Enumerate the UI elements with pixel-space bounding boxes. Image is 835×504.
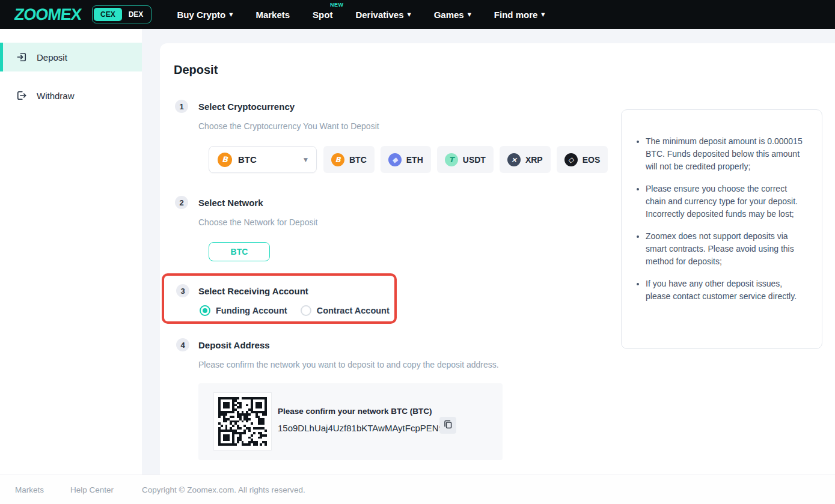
toggle-cex[interactable]: CEX (94, 8, 122, 21)
nav-derivatives[interactable]: Derivatives ▼ (355, 10, 411, 20)
step-1-description: Choose the Cryptocurrency You Want to De… (198, 121, 379, 131)
cex-dex-toggle[interactable]: CEX DEX (92, 5, 151, 23)
radio-checked-icon[interactable] (200, 305, 210, 316)
sidebar-item-label: Deposit (37, 52, 67, 62)
toggle-dex[interactable]: DEX (122, 8, 150, 21)
nav-find-more[interactable]: Find more ▼ (494, 10, 545, 20)
chevron-down-icon: ▼ (468, 11, 471, 17)
main-area: Deposit 1 Select Cryptocurrency Choose t… (142, 29, 835, 475)
sidebar: Deposit Withdraw (0, 29, 142, 475)
deposit-card: Deposit 1 Select Cryptocurrency Choose t… (160, 43, 835, 475)
nav-games[interactable]: Games ▼ (434, 10, 471, 20)
step-1-number: 1 (175, 100, 188, 113)
top-navigation-bar: ZOOMEX CEX DEX Buy Crypto ▼ Markets Spot… (0, 0, 835, 29)
sidebar-item-deposit[interactable]: Deposit (0, 43, 142, 71)
deposit-address-panel: Please confirm your network BTC (BTC) 15… (198, 383, 503, 460)
sidebar-item-withdraw[interactable]: Withdraw (0, 81, 142, 110)
nav-spot[interactable]: Spot NEW (313, 10, 332, 20)
notes-list: The minimum deposit amount is 0.000015 B… (646, 135, 806, 303)
step-4-number: 4 (176, 338, 189, 351)
chevron-down-icon: ▼ (541, 11, 545, 17)
network-option-btc[interactable]: BTC (209, 242, 270, 261)
footer-copyright: Copyright © Zoomex.com. All rights reser… (142, 485, 305, 494)
radio-unchecked-icon[interactable] (301, 305, 311, 316)
note-item: Zoomex does not support deposits via sma… (646, 230, 806, 268)
annotation-highlight-box (162, 273, 397, 324)
step-3-number: 3 (176, 284, 189, 297)
note-item: If you have any other deposit issues, pl… (646, 278, 806, 303)
currency-option-usdt[interactable]: T USDT (437, 146, 494, 173)
footer: Markets Help Center Copyright © Zoomex.c… (0, 475, 835, 504)
eos-coin-icon: ◇ (564, 153, 578, 166)
step-1-title: Select Cryptocurrency (198, 102, 295, 112)
usdt-coin-icon: T (445, 153, 458, 166)
chevron-down-icon: ▼ (304, 157, 308, 163)
copy-address-button[interactable] (439, 417, 456, 434)
deposit-address: 15o9DLhUaj4Uzf81bKTAwMAytFcpPEN9yS (278, 423, 454, 433)
chevron-down-icon: ▼ (407, 11, 411, 17)
currency-option-xrp[interactable]: × XRP (500, 146, 551, 173)
deposit-notes-panel: The minimum deposit amount is 0.000015 B… (621, 109, 822, 349)
chevron-down-icon: ▼ (229, 11, 233, 17)
new-badge: NEW (330, 2, 344, 8)
nav-markets[interactable]: Markets (255, 10, 290, 20)
footer-link-help-center[interactable]: Help Center (70, 485, 114, 494)
currency-option-eth[interactable]: ◆ ETH (381, 146, 431, 173)
main-nav: Buy Crypto ▼ Markets Spot NEW Derivative… (177, 10, 545, 20)
currency-dropdown-value: BTC (238, 154, 257, 165)
currency-quick-select: B BTC ◆ ETH T USDT × XRP ◇ EOS (323, 146, 608, 173)
step-4-description: Please confirm the network you want to d… (198, 360, 499, 369)
step-2-description: Choose the Network for Deposit (198, 217, 317, 227)
copy-icon (443, 419, 453, 432)
withdraw-icon (15, 89, 28, 102)
footer-link-markets[interactable]: Markets (15, 485, 44, 494)
step-3-title: Select Receiving Account (198, 286, 308, 296)
btc-coin-icon: B (331, 153, 344, 166)
step-4-title: Deposit Address (198, 340, 270, 350)
step-2-number: 2 (175, 196, 188, 209)
receiving-account-radios: Funding Account Contract Account (200, 305, 390, 316)
nav-buy-crypto[interactable]: Buy Crypto ▼ (177, 10, 233, 20)
sidebar-item-label: Withdraw (37, 91, 75, 101)
network-confirm-text: Please confirm your network BTC (BTC) (278, 407, 432, 416)
qr-code (213, 392, 272, 451)
radio-contract-account[interactable]: Contract Account (301, 305, 390, 316)
zoomex-logo[interactable]: ZOOMEX (13, 5, 82, 24)
currency-option-eos[interactable]: ◇ EOS (557, 146, 608, 173)
step-2-title: Select Network (198, 198, 263, 208)
xrp-coin-icon: × (507, 153, 521, 166)
note-item: Please ensure you choose the correct cha… (646, 183, 806, 220)
deposit-icon (15, 50, 28, 64)
btc-coin-icon: B (218, 153, 232, 167)
currency-dropdown[interactable]: B BTC ▼ (209, 146, 317, 173)
page-title: Deposit (174, 63, 218, 77)
currency-option-btc[interactable]: B BTC (323, 146, 375, 173)
note-item: The minimum deposit amount is 0.000015 B… (646, 135, 806, 173)
radio-funding-account[interactable]: Funding Account (200, 305, 287, 316)
eth-coin-icon: ◆ (388, 153, 402, 166)
